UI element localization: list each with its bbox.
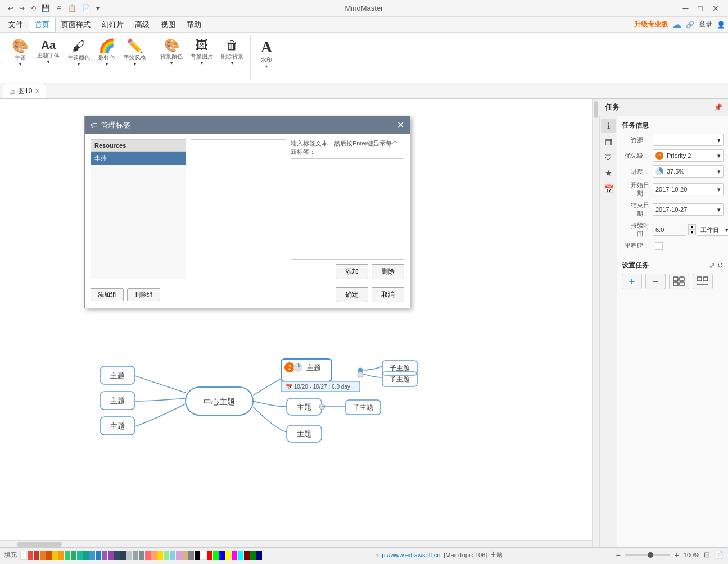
color-swatch-35[interactable] xyxy=(244,551,250,560)
color-swatch-0[interactable] xyxy=(28,551,33,560)
theme-button[interactable]: 🎨 主题 ▾ xyxy=(9,37,31,69)
watermark-button[interactable]: A 水印 ▾ xyxy=(255,37,278,71)
duration-input[interactable]: 6.0 xyxy=(653,224,686,236)
color-swatch-28[interactable] xyxy=(201,551,206,560)
color-swatch-1[interactable] xyxy=(34,551,39,560)
menu-file[interactable]: 文件 xyxy=(3,17,29,32)
duration-up-button[interactable]: ▲ xyxy=(688,224,696,230)
color-swatch-31[interactable] xyxy=(219,551,225,560)
menu-help[interactable]: 帮助 xyxy=(181,17,207,32)
color-swatch-17[interactable] xyxy=(133,551,138,560)
theme-color-button[interactable]: 🖌 主题颜色 ▾ xyxy=(65,37,92,69)
color-swatch-19[interactable] xyxy=(145,551,151,560)
color-swatch-20[interactable] xyxy=(151,551,157,560)
color-swatch-34[interactable] xyxy=(238,551,243,560)
menu-page-style[interactable]: 页面样式 xyxy=(56,17,96,32)
print-icon[interactable]: 🖨 xyxy=(53,3,65,13)
delete-tag-button[interactable]: 删除 xyxy=(372,264,404,279)
bg-color-button[interactable]: 🎨 背景颜色 ▾ xyxy=(158,37,185,68)
status-url[interactable]: http://www.edrawsoft.cn xyxy=(375,552,440,558)
color-swatch-24[interactable] xyxy=(176,551,182,560)
color-swatch-11[interactable] xyxy=(96,551,101,560)
tab-close-icon[interactable]: ✕ xyxy=(35,88,40,95)
color-swatch-6[interactable] xyxy=(65,551,70,560)
cloud-icon[interactable]: ☁ xyxy=(672,19,681,30)
color-swatch-15[interactable] xyxy=(120,551,126,560)
color-swatch-5[interactable] xyxy=(58,551,64,560)
canvas-area[interactable]: 🏷 管理标签 ✕ Resources 李燕 输入标 xyxy=(0,99,599,547)
color-swatch-29[interactable] xyxy=(207,551,212,560)
color-swatch-37[interactable] xyxy=(256,551,262,560)
dialog-close-button[interactable]: ✕ xyxy=(397,120,404,130)
color-swatch-9[interactable] xyxy=(83,551,89,560)
upgrade-label[interactable]: 升级专业版 xyxy=(634,20,668,29)
canvas-hscroll[interactable] xyxy=(0,540,592,547)
refresh-icon[interactable]: ⟲ xyxy=(28,3,38,13)
close-button[interactable]: ✕ xyxy=(709,4,722,13)
menu-advanced[interactable]: 高级 xyxy=(129,17,155,32)
resource-dropdown[interactable]: ▾ xyxy=(653,134,724,146)
color-swatch-13[interactable] xyxy=(108,551,114,560)
task-merge-button[interactable] xyxy=(693,274,713,289)
panel-pin-icon[interactable]: 📌 xyxy=(714,103,722,111)
color-swatch-10[interactable] xyxy=(89,551,95,560)
end-date-dropdown[interactable]: 2017-10-27 ▾ xyxy=(653,203,724,216)
start-date-dropdown[interactable]: 2017-10-20 ▾ xyxy=(653,183,724,195)
color-swatch-26[interactable] xyxy=(188,551,194,560)
color-swatch-16[interactable] xyxy=(126,551,132,560)
set-task-icon2[interactable]: ↺ xyxy=(717,261,724,270)
color-swatch-30[interactable] xyxy=(213,551,219,560)
save-icon[interactable]: 💾 xyxy=(39,3,52,13)
color-swatch-27[interactable] xyxy=(195,551,200,560)
color-swatch-33[interactable] xyxy=(232,551,237,560)
color-swatch-4[interactable] xyxy=(52,551,58,560)
minimize-button[interactable]: ─ xyxy=(680,4,692,13)
color-swatch-2[interactable] xyxy=(40,551,46,560)
color-swatch-22[interactable] xyxy=(164,551,169,560)
remove-bg-button[interactable]: 🗑 删除背景 ▾ xyxy=(219,37,246,68)
canvas-vscroll-thumb[interactable] xyxy=(594,101,598,118)
menu-home[interactable]: 首页 xyxy=(29,17,56,33)
maximize-button[interactable]: □ xyxy=(695,4,706,13)
priority-dropdown[interactable]: 2 Priority 2 ▾ xyxy=(653,149,724,162)
color-swatch-12[interactable] xyxy=(102,551,107,560)
tab-diagram[interactable]: 🗂 图10 ✕ xyxy=(3,84,46,98)
zoom-out-button[interactable]: − xyxy=(616,551,620,560)
set-task-icon1[interactable]: ⤢ xyxy=(709,261,715,270)
user-icon[interactable]: 👤 xyxy=(717,21,725,29)
panel-icon-info[interactable]: ℹ xyxy=(601,119,616,133)
menu-slideshow[interactable]: 幻灯片 xyxy=(96,17,129,32)
panel-icon-star[interactable]: ★ xyxy=(601,166,616,180)
canvas-hscroll-thumb[interactable] xyxy=(17,542,62,547)
bg-image-button[interactable]: 🖼 背景图片 ▾ xyxy=(188,37,215,68)
task-split-button[interactable] xyxy=(669,274,689,289)
panel-icon-shield[interactable]: 🛡 xyxy=(601,150,616,165)
task-remove-button[interactable]: − xyxy=(645,274,666,289)
copy-icon[interactable]: 📋 xyxy=(66,3,79,13)
handdrawn-button[interactable]: ✏️ 手绘风格 ▾ xyxy=(121,37,148,69)
panel-icon-table[interactable]: ▦ xyxy=(601,134,616,149)
zoom-slider[interactable] xyxy=(625,554,670,556)
color-swatch-7[interactable] xyxy=(71,551,76,560)
task-add-button[interactable]: + xyxy=(622,274,642,289)
color-swatch-21[interactable] xyxy=(157,551,163,560)
add-tag-button[interactable]: 添加 xyxy=(336,264,368,279)
zoom-in-button[interactable]: + xyxy=(675,551,679,560)
color-swatch-25[interactable] xyxy=(182,551,188,560)
color-swatch-3[interactable] xyxy=(46,551,52,560)
col1-item[interactable]: 李燕 xyxy=(91,152,186,165)
duration-unit-dropdown[interactable]: 工作日 ▾ xyxy=(698,224,728,236)
duration-down-button[interactable]: ▼ xyxy=(688,230,696,235)
milestone-checkbox[interactable] xyxy=(655,242,663,250)
undo-icon[interactable]: ↩ xyxy=(6,3,16,13)
rainbow-button[interactable]: 🌈 彩虹色 ▾ xyxy=(96,37,118,69)
canvas-vscroll[interactable] xyxy=(592,99,599,547)
page-setup-icon[interactable]: 📄 xyxy=(715,551,724,559)
color-swatch-18[interactable] xyxy=(139,551,144,560)
new-icon[interactable]: 📄 xyxy=(80,3,93,13)
color-swatch-14[interactable] xyxy=(114,551,120,560)
more-icon[interactable]: ▾ xyxy=(94,3,102,13)
fit-page-icon[interactable]: ⊡ xyxy=(704,551,710,559)
color-swatch-36[interactable] xyxy=(250,551,256,560)
panel-icon-calendar[interactable]: 📅 xyxy=(601,181,616,196)
